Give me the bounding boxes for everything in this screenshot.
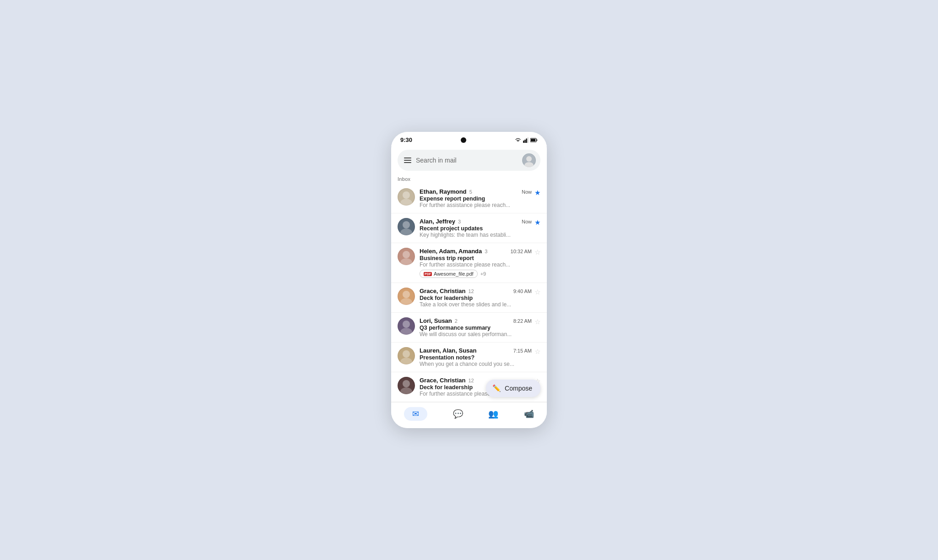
svg-point-20 (400, 358, 412, 364)
extra-attachments: +9 (480, 271, 486, 277)
menu-icon[interactable] (404, 158, 411, 163)
status-icons (515, 137, 538, 143)
email-right: ★ (534, 218, 540, 226)
svg-rect-5 (531, 139, 535, 141)
star-icon[interactable]: ☆ (534, 348, 540, 355)
email-time: 9:40 AM (513, 288, 532, 294)
email-time: 8:22 AM (513, 318, 532, 324)
svg-point-10 (400, 199, 412, 206)
email-right: ☆ (534, 317, 540, 325)
mail-tab[interactable]: ✉ (404, 407, 427, 421)
svg-point-16 (400, 298, 412, 305)
compose-label: Compose (505, 385, 532, 392)
email-time: 10:32 AM (511, 249, 532, 254)
email-avatar (398, 317, 415, 335)
camera-dot (461, 137, 466, 143)
status-bar: 9:30 (391, 132, 547, 146)
email-time: Now (522, 189, 532, 195)
chat-tab-glyph: 💬 (453, 409, 463, 419)
email-avatar (398, 347, 415, 364)
wifi-icon (515, 138, 521, 142)
attachment-name: Awesome_file.pdf (434, 271, 474, 277)
email-sender: Alan, Jeffrey 3 (420, 218, 518, 225)
email-time: 7:15 AM (513, 348, 532, 353)
attachment-row: PDFAwesome_file.pdf+9 (420, 270, 532, 278)
inbox-label: Inbox (391, 173, 547, 184)
chat-tab[interactable]: 💬 (453, 409, 463, 419)
email-preview: We will discuss our sales performan... (420, 331, 532, 337)
svg-point-22 (400, 387, 412, 394)
email-body: Lori, Susan 28:22 AMQ3 performance summa… (420, 317, 532, 337)
email-item[interactable]: Ethan, Raymond 5NowExpense report pendin… (391, 184, 547, 213)
email-sender: Helen, Adam, Amanda 3 (420, 248, 507, 255)
attachment-chip[interactable]: PDFAwesome_file.pdf (420, 270, 478, 278)
battery-icon (530, 138, 538, 142)
svg-point-7 (526, 156, 532, 162)
svg-rect-6 (536, 139, 537, 141)
email-avatar (398, 188, 415, 206)
email-avatar (398, 218, 415, 235)
user-avatar[interactable] (522, 153, 536, 167)
svg-point-8 (524, 162, 534, 167)
email-body: Grace, Christian 129:40 AMDeck for leade… (420, 288, 532, 308)
email-subject: Deck for leadership (420, 295, 532, 301)
star-icon[interactable]: ☆ (534, 249, 540, 256)
star-icon[interactable]: ☆ (534, 318, 540, 325)
status-time: 9:30 (400, 136, 412, 143)
email-subject: Recent project updates (420, 225, 532, 232)
email-body: Alan, Jeffrey 3NowRecent project updates… (420, 218, 532, 238)
email-count: 3 (457, 219, 461, 224)
spaces-tab-glyph: 👥 (488, 409, 498, 419)
star-icon[interactable]: ★ (534, 189, 540, 196)
svg-point-9 (403, 191, 410, 199)
email-right: ☆ (534, 288, 540, 295)
star-icon[interactable]: ☆ (534, 288, 540, 295)
compose-button[interactable]: ✏️ Compose (486, 380, 540, 397)
email-body: Helen, Adam, Amanda 310:32 AMBusiness tr… (420, 248, 532, 278)
svg-point-18 (400, 328, 412, 335)
svg-point-21 (403, 380, 410, 387)
email-avatar (398, 248, 415, 265)
email-list: Ethan, Raymond 5NowExpense report pendin… (391, 184, 547, 402)
email-item[interactable]: Lori, Susan 28:22 AMQ3 performance summa… (391, 313, 547, 343)
bottom-nav: ✉💬👥📹 (391, 402, 547, 428)
email-count: 12 (467, 378, 474, 383)
email-item[interactable]: Helen, Adam, Amanda 310:32 AMBusiness tr… (391, 243, 547, 283)
email-subject: Expense report pending (420, 196, 532, 202)
search-input[interactable]: Search in mail (416, 157, 518, 164)
email-item[interactable]: Grace, Christian 129:40 AMDeck for leade… (391, 283, 547, 313)
meet-tab[interactable]: 📹 (524, 409, 534, 419)
svg-point-17 (403, 321, 410, 328)
email-body: Lauren, Alan, Susan7:15 AMPresentation n… (420, 347, 532, 367)
email-subject: Business trip report (420, 255, 532, 261)
svg-rect-2 (526, 138, 527, 143)
svg-rect-3 (528, 137, 529, 143)
mail-tab-icon: ✉ (404, 407, 427, 421)
meet-tab-glyph: 📹 (524, 409, 534, 419)
email-count: 3 (483, 249, 487, 254)
signal-icon (523, 137, 529, 143)
email-preview: Take a look over these slides and le... (420, 301, 532, 308)
email-body: Ethan, Raymond 5NowExpense report pendin… (420, 188, 532, 208)
email-preview: For further assistance please reach... (420, 261, 532, 268)
svg-rect-1 (524, 140, 526, 143)
search-bar[interactable]: Search in mail (398, 150, 540, 171)
svg-point-12 (400, 228, 412, 235)
meet-tab-icon: 📹 (524, 409, 534, 419)
star-icon[interactable]: ★ (534, 219, 540, 226)
email-right: ☆ (534, 347, 540, 355)
email-preview: When you get a chance could you se... (420, 361, 532, 367)
email-item[interactable]: Alan, Jeffrey 3NowRecent project updates… (391, 213, 547, 243)
svg-point-11 (403, 221, 410, 228)
email-subject: Q3 performance summary (420, 325, 532, 331)
email-item[interactable]: Lauren, Alan, Susan7:15 AMPresentation n… (391, 343, 547, 372)
email-time: Now (522, 219, 532, 224)
pencil-icon: ✏️ (492, 384, 501, 392)
email-preview: Key highlights: the team has establi... (420, 232, 532, 238)
email-subject: Presentation notes? (420, 354, 532, 361)
email-preview: For further assistance please reach... (420, 202, 532, 208)
svg-rect-0 (523, 141, 524, 143)
email-count: 12 (467, 288, 474, 294)
spaces-tab[interactable]: 👥 (488, 409, 498, 419)
email-avatar (398, 288, 415, 305)
